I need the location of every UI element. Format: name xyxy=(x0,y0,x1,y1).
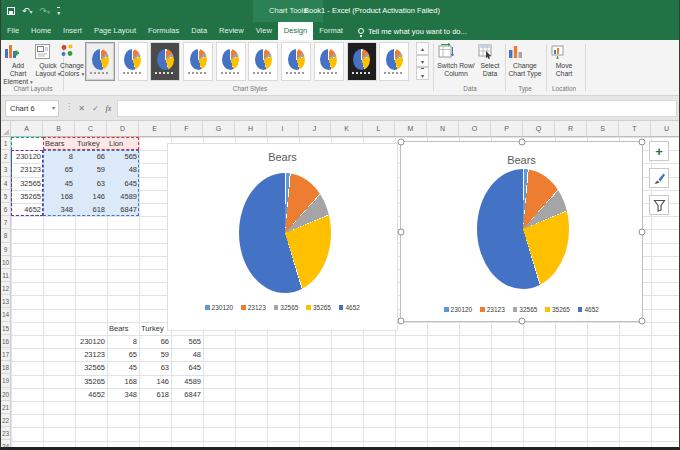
cell[interactable]: 35265 xyxy=(77,375,105,388)
chart-style-thumb-8[interactable] xyxy=(314,42,344,81)
pie-chart-2-selected[interactable]: Bears 2301202312332565352654652 xyxy=(400,141,643,322)
column-header-C[interactable]: C xyxy=(75,121,107,136)
chart-style-thumb-4[interactable] xyxy=(183,42,213,81)
row-header-24[interactable]: 24 xyxy=(1,440,10,450)
tab-insert[interactable]: Insert xyxy=(57,22,88,40)
row-header-13[interactable]: 13 xyxy=(1,295,10,308)
add-chart-element-button[interactable]: Add Chart Element ▾ xyxy=(3,42,33,85)
move-chart-button[interactable]: Move Chart xyxy=(549,42,579,78)
customize-qat-button[interactable]: ▾ xyxy=(57,7,60,16)
cell[interactable]: 32565 xyxy=(77,361,105,374)
row-header-23[interactable]: 23 xyxy=(1,427,10,440)
row-header-19[interactable]: 19 xyxy=(1,374,10,387)
row-header-12[interactable]: 12 xyxy=(1,282,10,295)
cell[interactable]: 45 xyxy=(45,177,73,190)
selection-handle[interactable] xyxy=(398,318,405,325)
undo-button[interactable]: ↶▾ xyxy=(22,6,33,16)
pie-chart-1[interactable]: Bears 2301202312332565352654652 xyxy=(167,143,398,331)
column-header-J[interactable]: J xyxy=(299,121,331,136)
cell[interactable]: 4589 xyxy=(109,190,137,203)
row-header-17[interactable]: 17 xyxy=(1,348,10,361)
tab-page-layout[interactable]: Page Layout xyxy=(88,22,142,40)
column-header-O[interactable]: O xyxy=(459,121,491,136)
chart-style-thumb-1[interactable] xyxy=(85,42,115,81)
column-header-Q[interactable]: Q xyxy=(523,121,555,136)
selection-handle[interactable] xyxy=(398,228,405,235)
column-header-A[interactable]: A xyxy=(11,121,43,136)
cell[interactable]: 23123 xyxy=(77,348,105,361)
chart-style-thumb-10[interactable] xyxy=(379,42,409,81)
selection-handle[interactable] xyxy=(398,139,405,146)
cell[interactable]: 65 xyxy=(45,163,73,176)
switch-row-column-button[interactable]: Switch Row/ Column xyxy=(437,42,475,78)
tab-file[interactable]: File xyxy=(1,22,25,40)
column-header-U[interactable]: U xyxy=(651,121,680,136)
chart-style-thumb-5[interactable] xyxy=(216,42,246,81)
selection-handle[interactable] xyxy=(518,318,525,325)
row-header-5[interactable]: 5 xyxy=(1,190,10,203)
cell[interactable]: 230120 xyxy=(13,150,41,163)
gallery-scroll-up-button[interactable]: ▴ xyxy=(416,42,429,55)
column-header-D[interactable]: D xyxy=(107,121,139,136)
cell[interactable]: 4652 xyxy=(13,203,41,216)
column-header-K[interactable]: K xyxy=(331,121,363,136)
row-header-22[interactable]: 22 xyxy=(1,414,10,427)
cell[interactable]: Turkey xyxy=(141,322,169,335)
tab-home[interactable]: Home xyxy=(25,22,57,40)
chart-style-thumb-7[interactable] xyxy=(281,42,311,81)
cell[interactable]: 35265 xyxy=(13,190,41,203)
name-box[interactable]: Chart 6 ▾ xyxy=(5,100,59,117)
tab-formulas[interactable]: Formulas xyxy=(142,22,185,40)
row-header-16[interactable]: 16 xyxy=(1,335,10,348)
cell[interactable]: 348 xyxy=(45,203,73,216)
cell[interactable]: 348 xyxy=(109,388,137,401)
confirm-entry-button[interactable]: ✓ xyxy=(89,100,102,117)
row-header-21[interactable]: 21 xyxy=(1,401,10,414)
cell[interactable]: 565 xyxy=(109,150,137,163)
cell[interactable]: 6847 xyxy=(173,388,201,401)
chart-elements-button[interactable]: + xyxy=(649,141,669,161)
cell[interactable]: 45 xyxy=(109,361,137,374)
column-header-L[interactable]: L xyxy=(363,121,395,136)
cell[interactable]: 168 xyxy=(45,190,73,203)
chart-style-thumb-2[interactable] xyxy=(118,42,148,81)
row-header-8[interactable]: 8 xyxy=(1,229,10,242)
cell[interactable]: 66 xyxy=(77,150,105,163)
chart-style-thumb-3[interactable] xyxy=(150,42,180,81)
chart-filters-button[interactable] xyxy=(649,195,669,215)
pie-plot[interactable] xyxy=(239,173,331,293)
column-header-T[interactable]: T xyxy=(619,121,651,136)
selection-handle[interactable] xyxy=(639,318,646,325)
row-header-3[interactable]: 3 xyxy=(1,163,10,176)
row-header-20[interactable]: 20 xyxy=(1,388,10,401)
tell-me-box[interactable]: Tell me what you want to do... xyxy=(349,22,467,40)
selection-handle[interactable] xyxy=(639,139,646,146)
pie-plot[interactable] xyxy=(477,169,569,289)
cell[interactable]: 565 xyxy=(173,335,201,348)
cell[interactable]: 63 xyxy=(77,177,105,190)
cell[interactable]: 23123 xyxy=(13,163,41,176)
tab-data[interactable]: Data xyxy=(185,22,213,40)
quick-layout-button[interactable]: Quick Layout ▾ xyxy=(34,42,62,78)
cancel-entry-button[interactable]: ✕ xyxy=(75,100,88,117)
row-header-18[interactable]: 18 xyxy=(1,361,10,374)
column-header-M[interactable]: M xyxy=(395,121,427,136)
column-header-N[interactable]: N xyxy=(427,121,459,136)
cell[interactable]: 32565 xyxy=(13,177,41,190)
cell[interactable]: 4652 xyxy=(77,388,105,401)
column-header-S[interactable]: S xyxy=(587,121,619,136)
tab-view[interactable]: View xyxy=(250,22,278,40)
change-chart-type-button[interactable]: Change Chart Type xyxy=(507,42,543,78)
tab-format[interactable]: Format xyxy=(313,22,349,40)
column-header-I[interactable]: I xyxy=(267,121,299,136)
cell[interactable]: 645 xyxy=(173,361,201,374)
cell[interactable]: 645 xyxy=(109,177,137,190)
gallery-more-button[interactable]: ▾ xyxy=(416,67,429,80)
save-icon[interactable] xyxy=(7,7,15,15)
cell[interactable]: 59 xyxy=(141,348,169,361)
tab-review[interactable]: Review xyxy=(213,22,250,40)
row-header-6[interactable]: 6 xyxy=(1,203,10,216)
column-header-E[interactable]: E xyxy=(139,121,171,136)
column-header-H[interactable]: H xyxy=(235,121,267,136)
change-colors-button[interactable]: Change Colors ▾ xyxy=(59,42,85,78)
